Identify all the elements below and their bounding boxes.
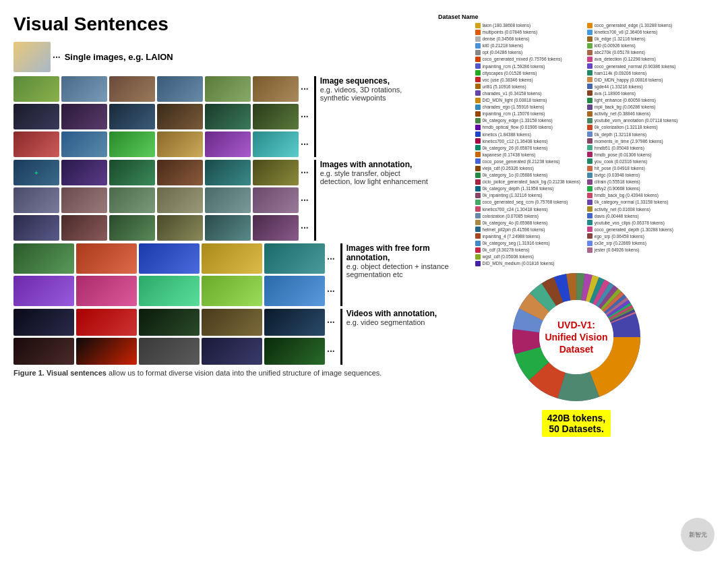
- dataset-entry-text: otfvy2 (0.90668 tokens): [595, 185, 640, 191]
- dataset-entry-text: kit0 (0.00926 tokens): [595, 42, 636, 49]
- seq-img-9: [109, 104, 155, 129]
- dataset-col-2: coco_generated_edge (1.30288 tokens)kine…: [587, 22, 678, 266]
- dataset-entry: opt (0.04286 tokens): [475, 49, 580, 55]
- dataset-entry-text: 0k_category_normal (1.33158 tokens): [595, 199, 668, 205]
- dataset-color-dot: [587, 23, 593, 28]
- ann-img-18: [253, 215, 299, 241]
- ann-img-10: [157, 187, 203, 213]
- ann-dots-3: ···: [301, 222, 309, 233]
- dataset-entry: hmdb_optical_flow (0.01906 tokens): [475, 124, 580, 130]
- dataset-color-dot: [587, 43, 593, 49]
- ff-row-2: ···: [13, 276, 335, 306]
- ff-img-2: [76, 243, 137, 274]
- dataset-entry: 0k_category_normal (1.33158 tokens): [587, 199, 678, 205]
- vid-img-7: [76, 338, 137, 365]
- ann-img-16: [157, 215, 203, 241]
- seq-img-6: [253, 76, 299, 102]
- dataset-color-dot: [587, 63, 593, 69]
- dataset-color-dot: [475, 173, 481, 178]
- dataset-entry-text: kapanese (0.17438 tokens): [483, 152, 536, 158]
- dataset-color-dot: [587, 233, 593, 239]
- dataset-entry-text: 0k_category_26 (0.65876 tokens): [483, 145, 548, 151]
- dataset-entry-text: youtube_vom_annotation (0.07118 tokens): [595, 117, 678, 123]
- dataset-color-dot: [475, 30, 481, 35]
- dataset-color-dot: [587, 173, 593, 178]
- ann-img-12: [253, 187, 299, 213]
- vid-img-5: [264, 309, 325, 336]
- dataset-entry: ham114k (0.09206 tokens): [587, 70, 678, 76]
- dataset-entry: 0k_depth (1.32118 tokens): [587, 131, 678, 138]
- dataset-entry-text: DID_MDN_happy (0.00816 tokens): [595, 77, 663, 83]
- ff-img-7: [76, 276, 137, 306]
- dataset-entry: inpainting_rcm (1.59286 tokens): [475, 63, 580, 69]
- dataset-color-dot: [587, 193, 593, 198]
- dataset-entry-text: hmdb_optical_flow (0.01906 tokens): [483, 124, 553, 130]
- seq-bracket: [314, 76, 316, 157]
- dataset-entry: kinetics (1.84388 tokens): [475, 131, 580, 138]
- dataset-color-dot: [587, 118, 593, 123]
- dataset-color-dot: [587, 247, 593, 253]
- dataset-entry-text: 0k_category_edge (1.33158 tokens): [483, 117, 553, 123]
- ann-img-15: [109, 215, 155, 241]
- dataset-entry-text: inpainting_rcm (1.59286 tokens): [483, 63, 545, 69]
- dataset-color-dot: [587, 145, 593, 150]
- dataset-entry: coco_generated_depth (1.30288 tokens): [587, 227, 678, 233]
- dataset-color-dot: [587, 158, 593, 164]
- vid-img-2: [76, 309, 137, 336]
- dataset-entry-text: helmet_pit2pin (0.41596 tokens): [483, 227, 545, 233]
- ann-img-8: [61, 187, 107, 213]
- dataset-entry: hmdb_back_bg (0.43948 tokens): [587, 192, 678, 198]
- seq-row-3: ···: [13, 131, 309, 157]
- dataset-entry: helmet_pit2pin (0.41596 tokens): [475, 227, 580, 233]
- dataset-color-dot: [587, 138, 593, 144]
- dataset-entry: hmdb51 (0.05048 tokens): [587, 145, 678, 151]
- single-images-section: ··· Single images, e.g. LAION: [13, 42, 431, 72]
- dataset-entry-text: ego_srp (0.06458 tokens): [595, 233, 644, 239]
- watermark: 新智元: [681, 518, 715, 552]
- dataset-entry-text: sgde44 (1.33216 tokens): [595, 84, 643, 90]
- seq-row-2: ···: [13, 104, 309, 129]
- dataset-entry: 0k_cdf (3.30278 tokens): [475, 247, 580, 253]
- dataset-entry-text: ham114k (0.09206 tokens): [595, 70, 646, 76]
- dataset-entry-text: hit_pose (0.04918 tokens): [595, 165, 645, 171]
- ff-img-4: [202, 243, 262, 274]
- ff-img-5: [264, 243, 325, 274]
- ann-img-4: [157, 160, 203, 185]
- dataset-entry-text: coco_generated_mixed (0.75766 tokens): [483, 56, 562, 62]
- seq-img-17: [205, 131, 251, 157]
- annotation-label-block: Images with annotation, e.g. style trans…: [320, 160, 431, 185]
- ann-img-6: [253, 160, 299, 185]
- dataset-entry: you_cook (0.02316 tokens): [587, 158, 678, 165]
- dataset-color-dot: [475, 227, 481, 232]
- dataset-entry: davis (0.00446 tokens): [587, 213, 678, 219]
- seq-dots-3: ···: [301, 139, 309, 150]
- dataset-color-dot: [587, 77, 593, 82]
- sequences-group: ··· ···: [13, 76, 431, 157]
- dataset-entry-text: jester (0.64926 tokens): [595, 247, 639, 253]
- dataset-color-dot: [475, 241, 481, 246]
- dataset-color-dot: [587, 125, 593, 130]
- dataset-entry-text: 0k_category_4o (0.65988 tokens): [483, 220, 548, 226]
- dataset-entry-text: 0k_category_depth (1.31958 tokens): [483, 185, 554, 191]
- dataset-color-dot: [475, 43, 481, 49]
- vid-row-1: ···: [13, 309, 335, 336]
- dataset-color-dot: [475, 77, 481, 82]
- sequences-rows: ··· ···: [13, 76, 309, 157]
- dataset-color-dot: [475, 233, 481, 239]
- dataset-entry-text: DID_MDN_medium (0.01816 tokens): [483, 260, 555, 266]
- vid-dots-2: ···: [327, 346, 335, 357]
- seq-img-2: [61, 76, 107, 102]
- annotation-group: + ··· ···: [13, 160, 431, 241]
- dataset-entry: DID_MDN_medium (0.01816 tokens): [475, 260, 580, 266]
- ff-img-8: [139, 276, 200, 306]
- dataset-entry: 0k_colorization (1.32118 tokens): [587, 124, 678, 130]
- dataset-entry-text: ava (1.18906 tokens): [595, 90, 636, 96]
- dataset-entry-text: coco_generated_normal (0.90386 tokens): [595, 63, 676, 69]
- ann-img-14: [61, 215, 107, 241]
- dataset-col-1: laion (180.38608 tokens)multipoints (0.0…: [475, 22, 580, 266]
- seq-img-3: [109, 76, 155, 102]
- seq-img-13: [13, 131, 59, 157]
- dataset-entry: coco_generated_normal (0.90386 tokens): [587, 63, 678, 69]
- dataset-entry: 0k_category_depth (1.31958 tokens): [475, 185, 580, 191]
- ff-row-1: ···: [13, 243, 335, 274]
